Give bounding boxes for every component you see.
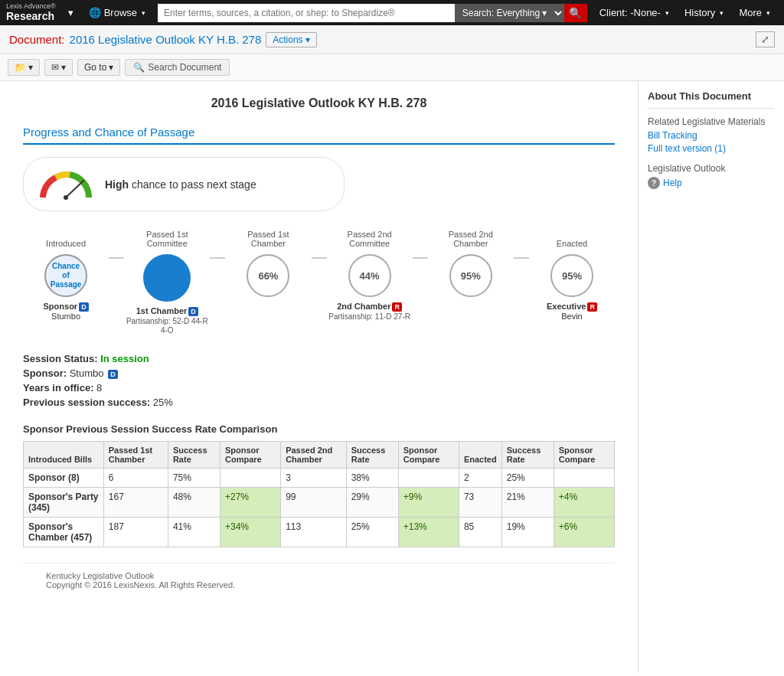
more-button[interactable]: More ▾: [731, 0, 778, 25]
actions-button[interactable]: Actions ▾: [266, 32, 317, 47]
row-party-passed2: 99: [281, 488, 347, 518]
history-button[interactable]: History ▾: [677, 0, 731, 25]
document-header: Document: 2016 Legislative Outlook KY H.…: [0, 25, 784, 54]
document-label: Document:: [9, 33, 65, 46]
col-compare2: Sponsor Compare: [398, 442, 459, 469]
session-info: Session Status: In session Sponsor: Stum…: [23, 353, 615, 408]
top-navigation: Lexis Advance® Research ▾ 🌐 Browse ▾ Sea…: [0, 0, 784, 25]
pipeline-stages: Introduced Chance ofPassage SponsorDStum…: [23, 227, 615, 335]
footer-line1: Kentucky Legislative Outlook: [46, 571, 592, 580]
connector-2: [210, 257, 225, 259]
row-party-compare2: +9%: [398, 488, 459, 518]
table-section-title: Sponsor Previous Session Success Rate Co…: [23, 423, 615, 435]
full-text-link[interactable]: Full text version (1): [648, 143, 775, 154]
row-party-rate3: 21%: [501, 488, 554, 518]
stage-sponsor-info: SponsorDStumbo: [44, 302, 89, 321]
stage-chamber1-info: 1st ChamberD Partisanship: 52-D 44-R 4-O: [124, 306, 210, 335]
col-introduced-bills: Introduced Bills: [24, 442, 104, 469]
help-link[interactable]: ? Help: [648, 177, 775, 189]
row-chamber-enacted: 85: [459, 518, 501, 547]
sidebar-outlook-label: Legislative Outlook: [648, 163, 775, 174]
row-sponsor-compare1: [220, 469, 280, 488]
col-rate3: Success Rate: [501, 442, 554, 469]
content-area: 2016 Legislative Outlook KY H.B. 278 Pro…: [0, 81, 639, 672]
client-button[interactable]: Client: -None- ▾: [592, 0, 677, 25]
row-chamber-compare3: +6%: [554, 518, 614, 547]
row-sponsor-compare2: [398, 469, 459, 488]
stage-circle-enacted: 95%: [550, 254, 593, 297]
connector-4: [413, 257, 428, 259]
goto-button[interactable]: Go to ▾: [77, 59, 120, 76]
browse-button[interactable]: 🌐 Browse ▾: [81, 0, 153, 25]
stage-circle-chance: Chance ofPassage: [44, 254, 87, 297]
row-sponsor-compare3: [554, 469, 614, 488]
row-sponsor-rate2: 38%: [346, 469, 398, 488]
search-scope-select[interactable]: Search: Everything ▾: [455, 4, 564, 22]
row-party-passed1: 167: [103, 488, 168, 518]
stage-circle-committee1: [143, 254, 191, 302]
document-footer: Kentucky Legislative Outlook Copyright ©…: [23, 563, 615, 597]
stage-circle-chamber1: 66%: [247, 254, 289, 297]
col-rate2: Success Rate: [346, 442, 398, 469]
table-header-row: Introduced Bills Passed 1st Chamber Succ…: [24, 442, 615, 469]
row-sponsor-label: Sponsor (8): [24, 469, 104, 488]
document-main-title: 2016 Legislative Outlook KY H.B. 278: [23, 96, 615, 110]
stage-circle-committee2: 44%: [348, 254, 391, 297]
pipeline-stage-enacted: Enacted 95% ExecutiveRBevin: [529, 227, 615, 321]
pipeline-container: Introduced Chance ofPassage SponsorDStum…: [23, 227, 615, 335]
col-enacted: Enacted: [459, 442, 501, 469]
pipeline-stage-committee1: Passed 1stCommittee 1st ChamberD Partisa…: [124, 227, 210, 335]
comparison-table: Introduced Bills Passed 1st Chamber Succ…: [23, 441, 615, 547]
footer-line2: Copyright © 2016 LexisNexis. All Rights …: [46, 580, 592, 589]
search-container: Search: Everything ▾ 🔍: [158, 4, 587, 22]
table-row: Sponsor (8) 6 75% 3 38% 2 25%: [24, 469, 615, 488]
email-icon: ✉: [51, 62, 59, 73]
stage-label-committee1: Passed 1stCommittee: [146, 227, 188, 248]
stage-chamber2-info: 2nd ChamberR Partisanship: 11-D 27-R: [328, 302, 410, 321]
stage-label-committee2: Passed 2ndCommittee: [348, 227, 392, 248]
table-row: Sponsor's Chamber (457) 187 41% +34% 113…: [24, 518, 615, 547]
row-chamber-rate1: 41%: [168, 518, 220, 547]
row-sponsor-passed2: 3: [281, 469, 347, 488]
row-chamber-label: Sponsor's Chamber (457): [24, 518, 104, 547]
row-chamber-rate2: 25%: [346, 518, 398, 547]
gauge-text: High chance to pass next stage: [105, 178, 256, 191]
stage-label-chamber2: Passed 2ndChamber: [449, 227, 493, 248]
email-button[interactable]: ✉ ▾: [44, 59, 73, 76]
stage-circle-chamber2: 95%: [449, 254, 492, 297]
session-prev-success: Previous session success: 25%: [23, 397, 615, 408]
pipeline-stage-chamber1: Passed 1stChamber 66%: [225, 227, 311, 302]
sidebar-title: About This Document: [648, 90, 775, 102]
search-input[interactable]: [158, 4, 455, 22]
brand-logo: Lexis Advance® Research: [6, 3, 56, 22]
nav-dropdown-arrow[interactable]: ▾: [60, 0, 81, 25]
row-sponsor-passed1: 6: [103, 469, 168, 488]
svg-point-1: [64, 195, 68, 200]
row-party-compare1: +27%: [220, 488, 280, 518]
row-chamber-rate3: 19%: [501, 518, 554, 547]
row-sponsor-enacted: 2: [459, 469, 501, 488]
row-chamber-compare1: +34%: [220, 518, 280, 547]
col-compare3: Sponsor Compare: [554, 442, 614, 469]
sidebar: About This Document Related Legislative …: [639, 81, 784, 672]
main-layout: 2016 Legislative Outlook KY H.B. 278 Pro…: [0, 81, 784, 672]
gauge-container: High chance to pass next stage: [23, 157, 345, 211]
col-passed1: Passed 1st Chamber: [103, 442, 168, 469]
bill-tracking-link[interactable]: Bill Tracking: [648, 130, 775, 141]
row-party-rate1: 48%: [168, 488, 220, 518]
search-document-button[interactable]: 🔍 Search Document: [125, 59, 230, 76]
stage-exec-info: ExecutiveRBevin: [547, 302, 597, 321]
pipeline-stage-introduced: Introduced Chance ofPassage SponsorDStum…: [23, 227, 109, 321]
sidebar-divider: [648, 108, 775, 109]
session-sponsor: Sponsor: Stumbo D: [23, 367, 615, 379]
expand-button[interactable]: ⤢: [756, 31, 775, 47]
search-submit-button[interactable]: 🔍: [564, 4, 587, 22]
connector-5: [514, 257, 529, 259]
pipeline-stage-chamber2: Passed 2ndChamber 95%: [428, 227, 514, 302]
connector-3: [312, 257, 327, 259]
folder-button[interactable]: 📁 ▾: [8, 59, 40, 76]
row-party-enacted: 73: [459, 488, 501, 518]
session-years: Years in office: 8: [23, 382, 615, 394]
row-party-rate2: 29%: [346, 488, 398, 518]
col-rate1: Success Rate: [168, 442, 220, 469]
